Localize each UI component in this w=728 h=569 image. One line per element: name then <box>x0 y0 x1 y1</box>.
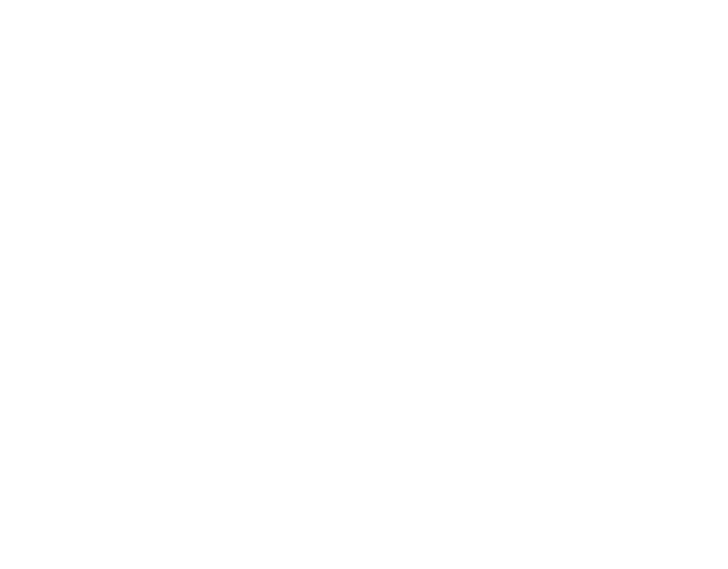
price-legend <box>0 1 728 12</box>
macd-legend <box>0 368 728 378</box>
chart-window <box>0 0 728 569</box>
rsi-legend <box>0 467 728 477</box>
volume-legend <box>0 303 728 313</box>
chart-canvas[interactable] <box>0 0 728 569</box>
